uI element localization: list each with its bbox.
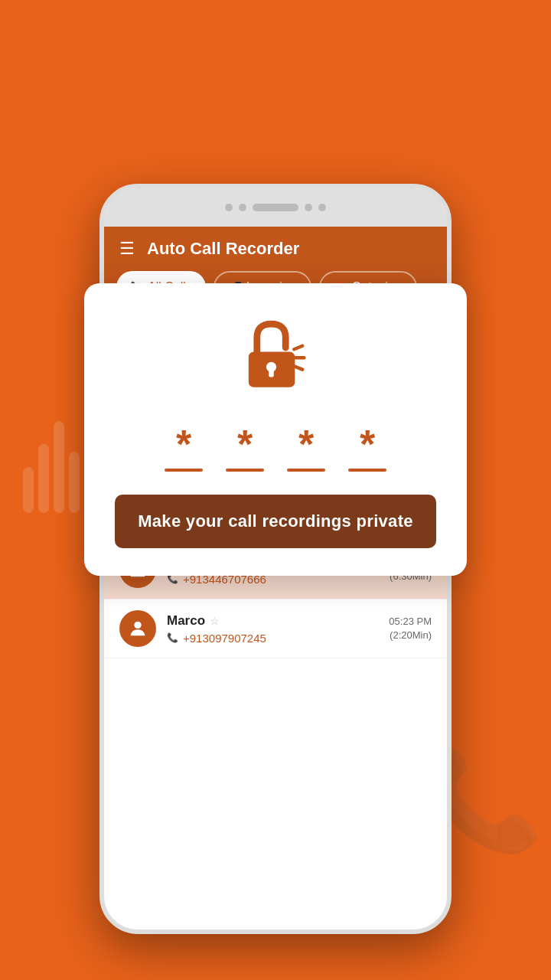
password-card: * * * * Make your call recordings privat… bbox=[84, 283, 467, 576]
call-list: Maso ★ 📞 +913446707666 06:35 PM (6:30Min… bbox=[104, 541, 447, 929]
call-info-marco: Marco ☆ 📞 +913097907245 bbox=[167, 613, 389, 645]
svg-point-1 bbox=[134, 622, 141, 629]
star-marco: ☆ bbox=[210, 615, 220, 627]
notch-dot-2 bbox=[239, 204, 246, 211]
phone-icon-marco: 📞 bbox=[167, 632, 178, 643]
pin-row: * * * * bbox=[115, 424, 436, 472]
hamburger-icon[interactable]: ☰ bbox=[119, 239, 135, 259]
avatar-marco bbox=[119, 610, 156, 647]
pin-4: * bbox=[348, 424, 386, 472]
notch-pill bbox=[253, 204, 298, 211]
phone-row-marco: 📞 +913097907245 bbox=[167, 632, 389, 645]
svg-line-5 bbox=[294, 346, 302, 349]
svg-line-7 bbox=[294, 366, 302, 369]
notch-dot-4 bbox=[318, 204, 326, 211]
svg-rect-4 bbox=[269, 369, 274, 377]
notch-dot-1 bbox=[225, 204, 233, 211]
cta-button[interactable]: Make your call recordings private bbox=[115, 495, 436, 548]
lock-icon-container bbox=[233, 314, 318, 401]
call-item-marco[interactable]: Marco ☆ 📞 +913097907245 05:23 PM (2:20Mi… bbox=[104, 599, 447, 658]
pin-3: * bbox=[287, 424, 325, 472]
app-title: Auto Call Recorder bbox=[147, 239, 299, 259]
contact-name-marco: Marco bbox=[167, 613, 205, 629]
app-header: ☰ Auto Call Recorder bbox=[104, 227, 447, 271]
pin-2: * bbox=[226, 424, 264, 472]
phone-top-bar bbox=[104, 188, 447, 227]
notch-dot-3 bbox=[305, 204, 312, 211]
call-time-marco: 05:23 PM (2:20Min) bbox=[389, 615, 432, 642]
pin-1: * bbox=[165, 424, 203, 472]
phone-number-marco: +913097907245 bbox=[183, 632, 266, 645]
lock-icon bbox=[233, 314, 318, 398]
